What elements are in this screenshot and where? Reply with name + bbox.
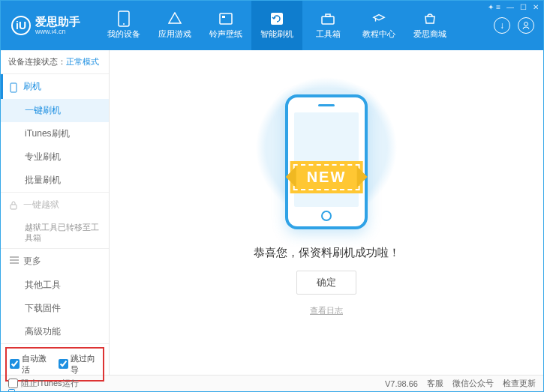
sidebar-item-itunes-flash[interactable]: iTunes刷机 <box>1 122 109 145</box>
download-icon[interactable]: ↓ <box>494 17 510 34</box>
ok-button[interactable]: 确定 <box>296 271 356 295</box>
close-icon[interactable]: ✕ <box>533 3 539 11</box>
app-site: www.i4.cn <box>35 28 80 35</box>
toolbox-icon <box>321 12 335 25</box>
wallpaper-icon <box>219 12 233 25</box>
logo-icon: iU <box>11 16 31 35</box>
sidebar-cat-more[interactable]: 更多 <box>1 249 109 274</box>
app-name: 爱思助手 <box>35 16 80 28</box>
sidebar-item-advanced[interactable]: 高级功能 <box>1 320 109 343</box>
flash-icon <box>270 12 284 25</box>
sidebar: 设备连接状态：正常模式 刷机 一键刷机 iTunes刷机 专业刷机 批量刷机 一… <box>1 50 110 375</box>
svg-rect-3 <box>222 16 225 18</box>
menu-icon[interactable]: ✦ ≡ <box>488 3 500 11</box>
sidebar-item-batch-flash[interactable]: 批量刷机 <box>1 169 109 192</box>
phone-icon <box>10 82 19 91</box>
new-banner: NEW <box>293 164 360 190</box>
nav-apps[interactable]: 应用游戏 <box>149 1 200 50</box>
sidebar-item-oneclick-flash[interactable]: 一键刷机 <box>1 99 109 122</box>
jailbreak-note: 越狱工具已转移至工具箱 <box>1 217 109 248</box>
nav-tutorial[interactable]: 教程中心 <box>353 1 404 50</box>
view-log-link[interactable]: 查看日志 <box>310 305 343 316</box>
tutorial-icon <box>372 12 386 25</box>
nav-flash[interactable]: 智能刷机 <box>251 1 302 50</box>
check-update-link[interactable]: 检查更新 <box>503 378 536 389</box>
device-icon <box>117 12 131 25</box>
user-icon[interactable] <box>518 17 534 34</box>
svg-rect-5 <box>322 16 334 24</box>
wechat-link[interactable]: 微信公众号 <box>452 378 494 389</box>
svg-rect-9 <box>11 205 17 209</box>
svg-point-1 <box>123 23 125 25</box>
phone-small-icon <box>8 389 15 392</box>
customer-service-link[interactable]: 客服 <box>427 378 443 389</box>
sidebar-cat-flash[interactable]: 刷机 <box>1 74 109 99</box>
success-message: 恭喜您，保资料刷机成功啦！ <box>254 246 400 260</box>
maximize-icon[interactable]: ☐ <box>520 3 527 11</box>
window-controls: ✦ ≡ — ☐ ✕ <box>488 3 539 11</box>
nav-store[interactable]: 爱思商城 <box>404 1 455 50</box>
sidebar-item-download-firmware[interactable]: 下载固件 <box>1 297 109 320</box>
logo-area: iU 爱思助手 www.i4.cn <box>1 1 98 50</box>
apps-icon <box>168 12 182 25</box>
svg-rect-2 <box>220 13 232 24</box>
version-label: V7.98.66 <box>385 379 418 388</box>
svg-rect-6 <box>326 14 330 16</box>
list-icon <box>10 256 19 265</box>
phone-graphic: NEW <box>285 94 368 229</box>
svg-rect-4 <box>271 13 283 25</box>
sidebar-item-pro-flash[interactable]: 专业刷机 <box>1 145 109 169</box>
block-itunes-checkbox[interactable]: 阻止iTunes运行 <box>8 378 79 389</box>
svg-point-7 <box>524 22 528 26</box>
options-box: 自动激活 跳过向导 <box>5 347 104 382</box>
sidebar-cat-jailbreak: 一键越狱 <box>1 193 109 217</box>
auto-activate-checkbox[interactable]: 自动激活 <box>10 353 51 376</box>
main-nav: 我的设备 应用游戏 铃声壁纸 智能刷机 工具箱 教程中心 爱思商城 <box>98 1 494 50</box>
device-status: 设备连接状态：正常模式 <box>1 50 109 74</box>
skip-guide-checkbox[interactable]: 跳过向导 <box>59 353 100 376</box>
nav-ringtone[interactable]: 铃声壁纸 <box>200 1 251 50</box>
main-content: NEW 恭喜您，保资料刷机成功啦！ 确定 查看日志 <box>110 50 543 375</box>
minimize-icon[interactable]: — <box>506 3 514 11</box>
app-header: iU 爱思助手 www.i4.cn 我的设备 应用游戏 铃声壁纸 智能刷机 工具… <box>1 1 543 50</box>
store-icon <box>423 12 437 25</box>
svg-rect-13 <box>9 389 15 392</box>
nav-toolbox[interactable]: 工具箱 <box>302 1 353 50</box>
sidebar-item-other-tools[interactable]: 其他工具 <box>1 274 109 297</box>
nav-my-device[interactable]: 我的设备 <box>98 1 149 50</box>
success-illustration: NEW <box>285 94 368 229</box>
svg-rect-8 <box>11 83 17 92</box>
lock-icon <box>10 201 19 210</box>
